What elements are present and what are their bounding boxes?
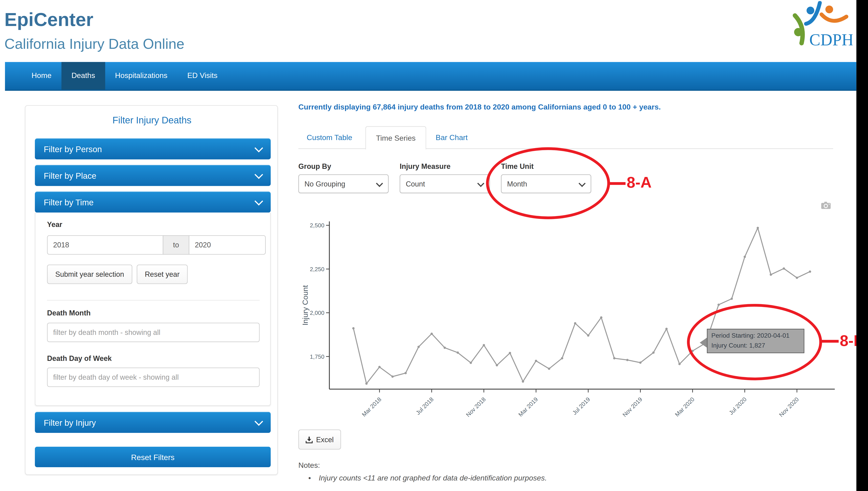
main-nav: Home Deaths Hospitalizations ED Visits <box>5 62 856 91</box>
death-month-label: Death Month <box>47 309 91 317</box>
chevron-down-icon <box>255 170 263 179</box>
accordion-filter-by-injury[interactable]: Filter by Injury <box>35 412 271 433</box>
cdph-logo-text: CDPH <box>809 31 852 49</box>
chevron-down-icon <box>255 144 263 152</box>
nav-item-hospitalizations[interactable]: Hospitalizations <box>105 62 177 90</box>
death-dow-input[interactable] <box>47 368 260 387</box>
reset-year-button[interactable]: Reset year <box>137 265 188 284</box>
svg-text:Jul 2018: Jul 2018 <box>415 396 435 416</box>
svg-text:Nov 2018: Nov 2018 <box>465 396 487 418</box>
accordion-label: Filter by Time <box>44 197 94 207</box>
year-to-separator: to <box>163 235 189 255</box>
death-month-input[interactable] <box>47 323 260 342</box>
annotation-ellipse-8a <box>486 147 610 219</box>
svg-text:Jul 2020: Jul 2020 <box>727 396 748 416</box>
annotation-label-8a: 8-A <box>627 174 652 192</box>
filter-sidebar: Filter Injury Deaths Filter by Person Fi… <box>25 105 278 475</box>
group-by-label: Group By <box>298 162 331 171</box>
reset-filters-button[interactable]: Reset Filters <box>35 447 271 467</box>
sidebar-title: Filter Injury Deaths <box>25 115 278 126</box>
accordion-label: Filter by Place <box>44 171 96 180</box>
svg-text:2,500: 2,500 <box>310 222 324 229</box>
divider <box>47 300 260 300</box>
tab-time-series[interactable]: Time Series <box>365 126 426 149</box>
note-item: Injury counts <11 are not graphed for da… <box>308 474 547 482</box>
injury-measure-select[interactable]: Count <box>399 174 490 193</box>
accordion-filter-by-person[interactable]: Filter by Person <box>35 139 271 160</box>
chevron-down-icon <box>477 180 484 187</box>
group-by-value: No Grouping <box>304 179 345 188</box>
nav-item-deaths[interactable]: Deaths <box>61 62 105 90</box>
page: EpiCenter California Injury Data Online … <box>0 0 868 491</box>
submit-year-button[interactable]: Submit year selection <box>47 265 132 284</box>
annotation-ellipse-8b <box>687 304 822 380</box>
cdph-logo-icon: CDPH <box>790 1 852 50</box>
svg-text:Nov 2020: Nov 2020 <box>778 396 800 418</box>
injury-measure-value: Count <box>406 179 425 188</box>
chevron-down-icon <box>255 197 263 205</box>
group-by-select[interactable]: No Grouping <box>298 174 389 193</box>
svg-text:1,750: 1,750 <box>310 353 324 360</box>
accordion-filter-by-place[interactable]: Filter by Place <box>35 165 271 186</box>
chevron-down-icon <box>376 180 383 187</box>
accordion-label: Filter by Injury <box>44 417 96 427</box>
app-title: EpiCenter <box>4 9 93 31</box>
excel-button-label: Excel <box>316 435 334 444</box>
results-summary: Currently displaying 67,864 injury death… <box>298 103 785 111</box>
app-subtitle: California Injury Data Online <box>4 35 184 53</box>
year-from-input[interactable] <box>47 235 163 255</box>
annotation-line-8b <box>821 340 839 343</box>
nav-item-ed-visits[interactable]: ED Visits <box>177 62 228 90</box>
svg-text:2,000: 2,000 <box>310 310 324 316</box>
svg-text:Jul 2019: Jul 2019 <box>571 396 591 416</box>
injury-measure-label: Injury Measure <box>399 162 450 171</box>
annotation-line-8a <box>609 182 626 185</box>
svg-text:Mar 2018: Mar 2018 <box>361 396 383 418</box>
tab-custom-table[interactable]: Custom Table <box>298 127 361 149</box>
download-icon <box>306 436 313 443</box>
accordion-label: Filter by Person <box>44 144 102 153</box>
svg-text:Injury Count: Injury Count <box>301 285 309 325</box>
notes-heading: Notes: <box>298 461 320 469</box>
year-label: Year <box>47 221 62 229</box>
tab-bar-chart[interactable]: Bar Chart <box>427 127 476 149</box>
svg-text:Mar 2019: Mar 2019 <box>517 396 539 418</box>
camera-icon[interactable] <box>821 202 831 209</box>
death-dow-label: Death Day of Week <box>47 354 112 363</box>
filter-by-time-panel: Year to Submit year selection Reset year… <box>35 212 271 406</box>
nav-item-home[interactable]: Home <box>22 62 61 90</box>
svg-text:Nov 2019: Nov 2019 <box>621 396 643 418</box>
accordion-filter-by-time[interactable]: Filter by Time <box>35 192 271 212</box>
right-edge-black-bar <box>856 0 868 491</box>
chevron-down-icon <box>255 417 263 426</box>
year-to-input[interactable] <box>189 235 266 255</box>
svg-text:2,250: 2,250 <box>310 266 324 272</box>
svg-text:Mar 2020: Mar 2020 <box>674 396 696 418</box>
